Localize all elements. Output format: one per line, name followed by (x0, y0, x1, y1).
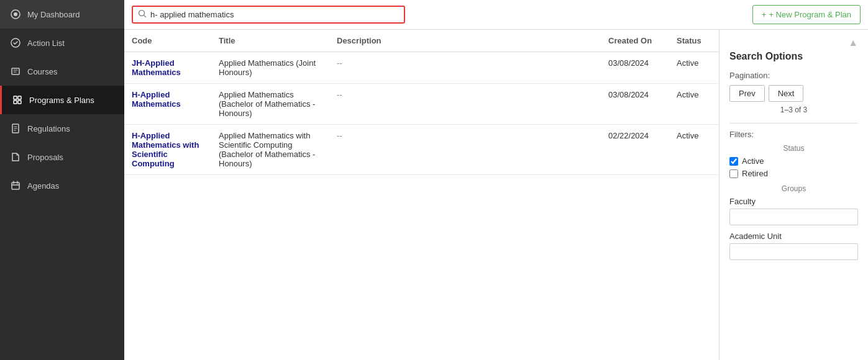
results-table: Code Title Description Created On Status… (124, 30, 719, 175)
next-button[interactable]: Next (769, 85, 804, 102)
pagination-label: Pagination: (729, 71, 858, 80)
right-panel: ▲ Search Options Pagination: Prev Next 1… (719, 30, 868, 360)
svg-rect-7 (18, 101, 21, 104)
filters-label: Filters: (729, 130, 858, 139)
content-area: Code Title Description Created On Status… (124, 30, 868, 360)
courses-icon (10, 66, 21, 77)
sidebar-item-regulations[interactable]: Regulations (0, 114, 124, 143)
agendas-icon (10, 180, 21, 191)
topbar: + + New Program & Plan (124, 0, 868, 30)
col-created-on: Created On (601, 30, 669, 52)
table-row[interactable]: H-Applied Mathematics Applied Mathematic… (124, 84, 719, 125)
col-status: Status (669, 30, 719, 52)
faculty-label: Faculty (729, 197, 858, 206)
sidebar: My Dashboard Action List Courses (0, 0, 124, 360)
col-description: Description (329, 30, 601, 52)
svg-rect-6 (14, 101, 17, 104)
groups-label: Groups (729, 184, 858, 193)
scroll-up-indicator: ▲ (729, 37, 858, 48)
col-title: Title (211, 30, 329, 52)
programs-icon (12, 94, 23, 106)
sidebar-item-proposals[interactable]: Proposals (0, 143, 124, 171)
col-code: Code (124, 30, 211, 52)
sidebar-item-courses-label: Courses (27, 67, 57, 76)
academic-unit-label: Academic Unit (729, 232, 858, 241)
checkmark-icon (10, 37, 21, 48)
row-2-code: H-Applied Mathematics (124, 84, 211, 125)
svg-rect-3 (12, 68, 19, 74)
sidebar-item-regulations-label: Regulations (27, 124, 70, 133)
row-1-status: Active (669, 52, 719, 84)
proposals-icon (10, 151, 21, 163)
status-active-label: Active (742, 156, 764, 166)
svg-rect-5 (18, 96, 21, 99)
pagination-controls: Prev Next (729, 85, 858, 102)
row-1-title: Applied Mathematics (Joint Honours) (211, 52, 329, 84)
sidebar-item-action-list-label: Action List (27, 38, 65, 48)
row-1-date: 03/08/2024 (601, 52, 669, 84)
row-3-title: Applied Mathematics with Scientific Comp… (211, 125, 329, 175)
svg-rect-4 (14, 96, 17, 99)
table-area: Code Title Description Created On Status… (124, 30, 719, 360)
svg-rect-9 (12, 182, 19, 189)
row-1-code: JH-Applied Mathematics (124, 52, 211, 84)
divider-1 (729, 123, 858, 124)
row-2-title: Applied Mathematics (Bachelor of Mathema… (211, 84, 329, 125)
row-3-desc: -- (329, 125, 601, 175)
row-3-code: H-Applied Mathematics with Scientific Co… (124, 125, 211, 175)
prev-button[interactable]: Prev (729, 85, 765, 102)
sidebar-item-courses[interactable]: Courses (0, 57, 124, 86)
academic-unit-input[interactable] (729, 243, 858, 260)
new-program-button[interactable]: + + New Program & Plan (752, 5, 861, 24)
main-content: + + New Program & Plan Code Title Descri… (124, 0, 868, 360)
status-retired-checkbox[interactable] (729, 169, 738, 178)
search-wrapper (132, 6, 405, 24)
status-active-checkbox[interactable] (729, 157, 738, 166)
row-1-desc: -- (329, 52, 601, 84)
status-retired-label: Retired (742, 169, 768, 178)
status-active-row: Active (729, 156, 858, 166)
page-count: 1–3 of 3 (729, 106, 858, 114)
plus-icon: + (762, 10, 767, 19)
sidebar-item-dashboard[interactable]: My Dashboard (0, 0, 124, 29)
row-2-desc: -- (329, 84, 601, 125)
dashboard-icon (10, 9, 21, 20)
sidebar-item-proposals-label: Proposals (27, 153, 63, 162)
sidebar-item-programs-plans-label: Programs & Plans (29, 96, 94, 105)
sidebar-item-action-list[interactable]: Action List (0, 29, 124, 57)
table-row[interactable]: H-Applied Mathematics with Scientific Co… (124, 125, 719, 175)
sidebar-item-programs-plans[interactable]: Programs & Plans (0, 86, 124, 114)
sidebar-item-agendas[interactable]: Agendas (0, 171, 124, 200)
search-input[interactable] (150, 10, 399, 19)
row-3-date: 02/22/2024 (601, 125, 669, 175)
svg-point-1 (14, 12, 17, 16)
sidebar-item-dashboard-label: My Dashboard (27, 10, 80, 19)
row-2-status: Active (669, 84, 719, 125)
search-icon (138, 9, 147, 20)
row-2-date: 03/08/2024 (601, 84, 669, 125)
status-retired-row: Retired (729, 169, 858, 178)
regulations-icon (10, 123, 21, 134)
faculty-input[interactable] (729, 209, 858, 225)
search-options-title: Search Options (729, 51, 858, 62)
sidebar-item-agendas-label: Agendas (27, 181, 59, 191)
status-group-label: Status (729, 144, 858, 153)
table-row[interactable]: JH-Applied Mathematics Applied Mathemati… (124, 52, 719, 84)
row-3-status: Active (669, 125, 719, 175)
new-program-label: + New Program & Plan (769, 10, 851, 19)
